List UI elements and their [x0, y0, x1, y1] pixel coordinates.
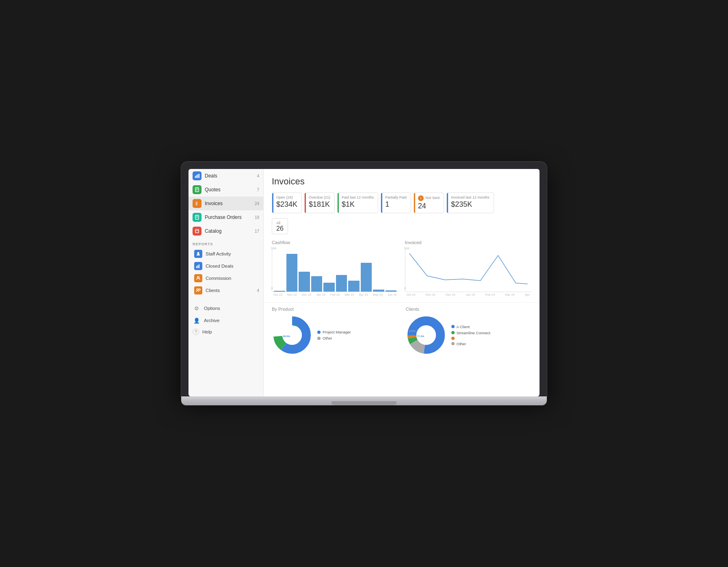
a-client-label: A Client — [457, 325, 470, 329]
quotes-label: Quotes — [205, 187, 221, 193]
main-content: Invoices Open (24) $234K Overdue (21) $1… — [264, 169, 540, 396]
sidebar-item-catalog[interactable]: Catalog 17 — [188, 224, 263, 238]
deals-icon — [193, 171, 202, 180]
project-manager-label: Project Manager — [323, 330, 351, 334]
invoices-label: Invoices — [205, 201, 223, 206]
invoiced-label: Invoiced last 12 months — [451, 195, 490, 199]
svg-text:$: $ — [195, 201, 198, 206]
overdue-value: $181K — [309, 200, 330, 209]
by-product-legend: Project Manager Other — [317, 330, 351, 342]
by-product-donut-wrapper: 85.5% 13.5% — [272, 315, 312, 357]
deals-badge: 4 — [257, 174, 259, 178]
not-sent-label: ! Not Sent — [418, 195, 440, 201]
cashflow-x-labels: Oct 22 Nov 22 Dec 22 Jan 23 Feb 23 Mar 2… — [272, 292, 399, 296]
svg-rect-1 — [196, 175, 197, 178]
sidebar-item-archive[interactable]: 👤 Archive — [188, 314, 263, 327]
stat-card-paid[interactable]: Paid last 12 months $1K — [337, 193, 378, 213]
archive-label: Archive — [204, 318, 219, 323]
sidebar-item-options[interactable]: ⚙ Options — [188, 302, 263, 314]
purchase-orders-label: Purchase Orders — [205, 214, 242, 220]
svg-rect-16 — [197, 265, 198, 268]
cashflow-area — [272, 247, 399, 292]
purchase-orders-badge: 19 — [255, 215, 259, 220]
invoiced-y-zero: 0 — [404, 286, 406, 290]
laptop-base — [181, 396, 547, 405]
other-client-label: Other — [457, 342, 466, 346]
not-sent-value: 24 — [418, 202, 440, 210]
legend-streamline-connect: Streamline Connect — [451, 331, 490, 335]
donuts-row: By Product — [272, 307, 531, 357]
page-title: Invoices — [272, 176, 531, 187]
legend-orange-client — [451, 337, 490, 340]
catalog-label: Catalog — [205, 228, 221, 234]
svg-rect-2 — [197, 174, 198, 178]
sidebar-item-invoices[interactable]: $ Invoices 24 — [188, 197, 263, 210]
bar-9 — [373, 290, 384, 292]
invoices-icon: $ — [193, 199, 202, 208]
sidebar-item-closed-deals[interactable]: Closed Deals — [188, 260, 263, 272]
charts-row: Cashflow 50K — [272, 240, 531, 296]
sidebar-item-staff-activity[interactable]: Staff Activity — [188, 248, 263, 260]
bar-3 — [299, 272, 310, 292]
sidebar-item-clients[interactable]: Clients 4 — [188, 284, 263, 296]
sidebar-item-quotes[interactable]: Quotes 7 — [188, 183, 263, 197]
stat-card-not-sent[interactable]: ! Not Sent 24 — [414, 193, 444, 213]
other-product-label: Other — [323, 336, 332, 340]
invoiced-chart: Invoiced 50K 0 Oct 22 Nov 22 — [405, 240, 532, 296]
bar-6 — [336, 275, 347, 292]
legend-a-client: A Client — [451, 325, 490, 329]
svg-rect-3 — [199, 174, 199, 178]
by-product-content: 85.5% 13.5% Project Manager — [272, 315, 398, 357]
bar-4 — [311, 276, 323, 292]
catalog-icon — [193, 227, 202, 236]
quotes-badge: 7 — [257, 188, 259, 192]
svg-rect-15 — [196, 266, 197, 268]
clients-title: Clients — [406, 307, 532, 312]
stat-card-partial[interactable]: Partially Paid 1 — [381, 193, 411, 213]
staff-activity-label: Staff Activity — [206, 251, 231, 256]
bar-10 — [386, 290, 397, 292]
sidebar-item-purchase-orders[interactable]: Purchase Orders 19 — [188, 210, 263, 224]
bar-5 — [323, 283, 335, 292]
bar-8 — [361, 263, 372, 292]
other-client-dot — [451, 342, 455, 345]
streamline-connect-label: Streamline Connect — [457, 331, 490, 335]
laptop-wrapper: Deals 4 Quotes 7 $ Invoices 24 — [181, 162, 547, 405]
purchase-orders-icon — [193, 213, 202, 222]
by-product-title: By Product — [272, 307, 398, 312]
clients-chart: Clients — [406, 307, 532, 357]
partial-label: Partially Paid — [385, 195, 407, 199]
not-sent-icon: ! — [418, 195, 424, 201]
sidebar-item-deals[interactable]: Deals 4 — [188, 169, 263, 183]
clients-label: Clients — [206, 288, 220, 293]
clients-donut-wrapper: 77.3% 14.9% — [406, 315, 446, 357]
closed-deals-label: Closed Deals — [206, 264, 233, 268]
all-count: 26 — [276, 225, 284, 232]
reports-section-label: REPORTS — [188, 238, 263, 248]
sidebar: Deals 4 Quotes 7 $ Invoices 24 — [188, 169, 264, 396]
cashflow-y-zero: 0 — [271, 286, 273, 290]
clients-donut-svg: 77.3% 14.9% — [406, 315, 446, 355]
stat-card-open[interactable]: Open (24) $234K — [272, 193, 302, 213]
sidebar-item-commission[interactable]: Commission — [188, 272, 263, 284]
bar-1 — [274, 291, 285, 292]
legend-other-client: Other — [451, 342, 490, 346]
svg-rect-17 — [199, 264, 199, 268]
by-product-donut-svg: 85.5% 13.5% — [272, 315, 312, 355]
stat-card-invoiced[interactable]: Invoiced last 12 months $235K — [446, 193, 494, 213]
line-chart-svg — [405, 247, 532, 292]
orange-client-dot — [451, 337, 455, 340]
options-icon: ⚙ — [193, 304, 201, 312]
svg-text:85.5%: 85.5% — [283, 335, 290, 338]
svg-rect-12 — [195, 229, 199, 233]
stat-card-overdue[interactable]: Overdue (21) $181K — [304, 193, 335, 213]
cashflow-title: Cashflow — [272, 240, 399, 245]
sidebar-item-help[interactable]: ? Help — [188, 327, 263, 337]
invoiced-value: $235K — [451, 200, 490, 209]
archive-icon: 👤 — [193, 316, 201, 325]
legend-project-manager: Project Manager — [317, 330, 351, 334]
svg-point-20 — [199, 289, 200, 290]
all-badge[interactable]: All 26 — [272, 218, 288, 234]
paid-value: $1K — [342, 200, 374, 209]
svg-point-14 — [197, 252, 199, 254]
